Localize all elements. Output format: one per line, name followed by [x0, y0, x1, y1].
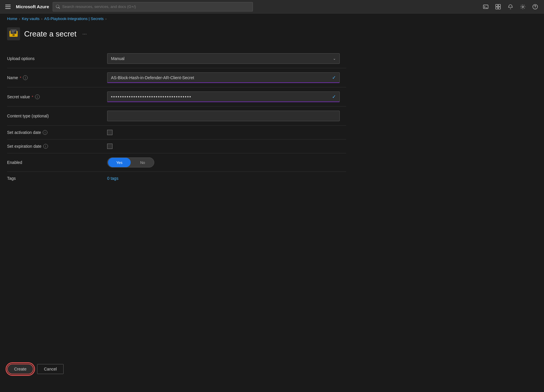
more-options-button[interactable]: ···: [82, 31, 87, 37]
expiration-date-row: Set expiration date i: [7, 139, 346, 153]
name-input-value: AS-Block-Hash-in-Defender-AR-Client-Secr…: [111, 75, 194, 80]
settings-icon-button[interactable]: [518, 1, 528, 12]
breadcrumb-keyvaults[interactable]: Key vaults: [22, 16, 39, 21]
name-info-icon[interactable]: i: [23, 75, 28, 80]
page-icon: [7, 27, 20, 40]
enabled-label: Enabled: [7, 160, 107, 165]
name-check-icon: ✓: [332, 75, 336, 80]
expiration-date-info-icon[interactable]: i: [43, 144, 48, 149]
brand-logo: Microsoft Azure: [16, 4, 49, 9]
content-type-control: [107, 111, 346, 121]
cancel-button[interactable]: Cancel: [37, 364, 64, 374]
svg-rect-12: [11, 32, 14, 32]
secret-check-icon: ✓: [332, 94, 336, 99]
search-input[interactable]: [62, 4, 249, 9]
secret-value-label: Secret value * i: [7, 94, 107, 99]
content-type-input[interactable]: [107, 111, 340, 121]
svg-rect-14: [13, 34, 14, 36]
svg-rect-0: [483, 5, 488, 9]
name-control: AS-Block-Hash-in-Defender-AR-Client-Secr…: [107, 72, 346, 83]
breadcrumb-sep-3: ›: [105, 17, 107, 21]
enabled-toggle[interactable]: Yes No: [107, 157, 154, 167]
upload-options-value: Manual: [111, 56, 125, 61]
page-title: Create a secret: [24, 29, 77, 39]
create-button[interactable]: Create: [7, 364, 34, 374]
breadcrumb: Home › Key vaults › AS-Playbook-Integrat…: [0, 14, 544, 24]
activation-date-checkbox[interactable]: [107, 130, 112, 135]
secret-required-star: *: [32, 95, 33, 99]
name-input-display[interactable]: AS-Block-Hash-in-Defender-AR-Client-Secr…: [107, 72, 340, 83]
topbar-icons: [480, 1, 540, 12]
upload-options-label: Upload options: [7, 56, 107, 61]
upload-options-dropdown[interactable]: Manual ⌄: [107, 53, 340, 64]
tags-link[interactable]: 0 tags: [107, 176, 118, 181]
svg-rect-5: [498, 7, 500, 9]
svg-rect-11: [11, 31, 16, 31]
svg-point-8: [535, 8, 535, 8]
help-icon-button[interactable]: [530, 1, 540, 12]
name-label: Name * i: [7, 75, 107, 80]
enabled-row: Enabled Yes No: [7, 153, 346, 172]
content-type-row: Content type (optional): [7, 107, 346, 125]
svg-point-6: [522, 6, 523, 7]
breadcrumb-secrets[interactable]: AS-Playbook-Integrations | Secrets: [44, 16, 104, 21]
svg-rect-4: [496, 7, 498, 9]
activation-date-info-icon[interactable]: i: [43, 130, 47, 135]
form-area: Upload options Manual ⌄ Name * i AS-Bloc…: [0, 46, 353, 188]
tags-row: Tags 0 tags: [7, 172, 346, 185]
expiration-date-checkbox[interactable]: [107, 144, 112, 149]
toggle-yes-option[interactable]: Yes: [108, 158, 131, 167]
secret-value-control: •••••••••••••••••••••••••••••••••••• ✓: [107, 92, 346, 102]
secret-info-icon[interactable]: i: [35, 94, 40, 99]
tags-control: 0 tags: [107, 176, 346, 181]
search-bar[interactable]: [53, 2, 253, 11]
name-required-star: *: [20, 76, 21, 80]
secret-value-input-display[interactable]: •••••••••••••••••••••••••••••••••••• ✓: [107, 92, 340, 102]
activation-date-label: Set activation date i: [7, 130, 107, 135]
upload-options-row: Upload options Manual ⌄: [7, 49, 346, 68]
upload-options-control: Manual ⌄: [107, 53, 346, 64]
portal-icon-button[interactable]: [493, 1, 503, 12]
page-header: Create a secret ···: [0, 24, 544, 46]
content-type-label: Content type (optional): [7, 114, 107, 118]
enabled-control: Yes No: [107, 157, 346, 167]
notifications-icon-button[interactable]: [505, 1, 516, 12]
expiration-date-control: [107, 144, 346, 149]
activation-date-control: [107, 130, 346, 135]
hamburger-button[interactable]: [4, 3, 12, 11]
activation-date-row: Set activation date i: [7, 126, 346, 139]
tags-label: Tags: [7, 176, 107, 181]
breadcrumb-home[interactable]: Home: [7, 16, 17, 21]
expiration-date-label: Set expiration date i: [7, 144, 107, 149]
name-row: Name * i AS-Block-Hash-in-Defender-AR-Cl…: [7, 68, 346, 87]
search-icon: [56, 5, 60, 9]
topbar: Microsoft Azure: [0, 0, 544, 14]
chevron-down-icon: ⌄: [333, 57, 336, 61]
secret-value-row: Secret value * i •••••••••••••••••••••••…: [7, 87, 346, 106]
svg-rect-2: [496, 4, 498, 6]
terminal-icon-button[interactable]: [480, 1, 491, 12]
toggle-no-option[interactable]: No: [131, 158, 154, 167]
svg-rect-3: [498, 4, 500, 6]
breadcrumb-sep-1: ›: [19, 17, 20, 21]
breadcrumb-sep-2: ›: [41, 17, 42, 21]
bottom-bar: Create Cancel: [7, 364, 64, 374]
secret-value-dots: ••••••••••••••••••••••••••••••••••••: [111, 94, 192, 99]
